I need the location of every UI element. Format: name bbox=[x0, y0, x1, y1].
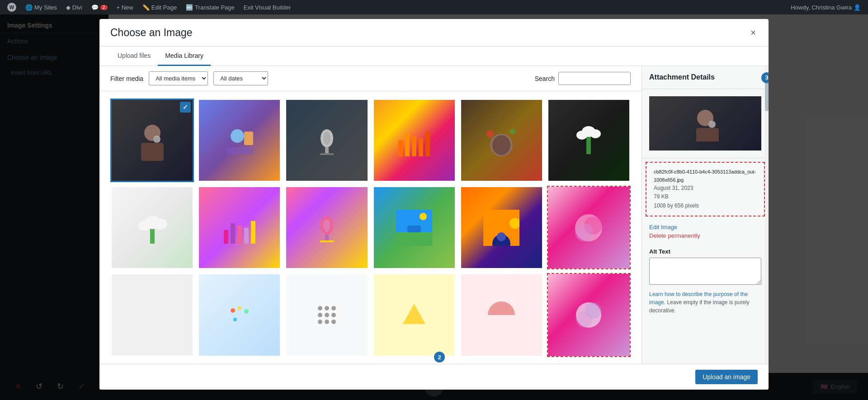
media-item-14[interactable] bbox=[198, 273, 281, 357]
panel-date: August 31, 2023 bbox=[654, 184, 757, 193]
svg-point-64 bbox=[576, 311, 592, 328]
svg-point-22 bbox=[590, 129, 601, 138]
media-item-16[interactable] bbox=[373, 273, 456, 357]
svg-point-49 bbox=[238, 306, 241, 310]
svg-rect-6 bbox=[226, 147, 253, 154]
wp-logo: W bbox=[7, 3, 16, 12]
media-grid-container[interactable]: ✓ 1 bbox=[99, 91, 642, 364]
media-item-1[interactable]: ✓ 1 bbox=[110, 99, 194, 182]
modal-body: Filter media All media items Images Audi… bbox=[99, 66, 769, 364]
translate-page-item[interactable]: 🔤 Translate Page bbox=[182, 0, 238, 14]
media-item-16-image bbox=[374, 274, 455, 355]
media-item-8[interactable] bbox=[198, 186, 281, 269]
user-greeting[interactable]: Howdy, Christina Gwira 👤 bbox=[787, 0, 864, 14]
my-sites-item[interactable]: 🌐 My Sites bbox=[22, 0, 61, 14]
svg-rect-11 bbox=[398, 141, 403, 156]
modal-close-button[interactable]: × bbox=[749, 26, 758, 39]
svg-point-26 bbox=[154, 219, 167, 230]
panel-title: Attachment Details bbox=[642, 66, 769, 89]
media-item-10-image bbox=[374, 187, 455, 268]
svg-rect-29 bbox=[231, 223, 235, 244]
attachment-panel: Attachment Details 3 cb bbox=[642, 66, 769, 364]
media-item-5[interactable] bbox=[460, 99, 543, 182]
panel-title-wrapper: Attachment Details 3 bbox=[642, 66, 769, 89]
media-item-4-image bbox=[374, 100, 455, 181]
comments-item[interactable]: 💬 2 bbox=[88, 0, 111, 14]
upload-image-button[interactable]: Upload an image bbox=[695, 370, 758, 384]
media-item-17-image bbox=[461, 274, 542, 355]
media-item-13[interactable] bbox=[110, 273, 194, 357]
media-item-18[interactable] bbox=[547, 273, 631, 357]
selected-check: ✓ bbox=[180, 102, 191, 113]
svg-rect-15 bbox=[425, 132, 430, 156]
svg-point-52 bbox=[318, 306, 322, 311]
media-item-7-image bbox=[112, 187, 193, 268]
date-filter[interactable]: All dates January 2024 August 2023 bbox=[213, 71, 268, 85]
svg-point-43 bbox=[497, 232, 506, 241]
media-item-11[interactable] bbox=[460, 186, 543, 269]
svg-point-47 bbox=[575, 223, 593, 241]
modal-overlay: Choose an Image × Upload files Media Lib… bbox=[0, 14, 868, 400]
svg-point-23 bbox=[576, 131, 587, 140]
svg-rect-8 bbox=[325, 147, 329, 154]
svg-rect-3 bbox=[154, 137, 160, 142]
media-item-3[interactable] bbox=[285, 99, 368, 182]
media-item-7[interactable] bbox=[110, 186, 194, 269]
edit-page-label: Edit Page bbox=[151, 4, 177, 11]
svg-rect-5 bbox=[244, 132, 253, 145]
comment-icon: 💬 bbox=[91, 4, 99, 11]
divi-label: Divi bbox=[72, 4, 82, 11]
tab-media-library[interactable]: Media Library bbox=[158, 47, 211, 66]
badge-2: 2 bbox=[434, 352, 445, 362]
tab-upload-files[interactable]: Upload files bbox=[110, 47, 158, 66]
panel-actions: Edit Image Delete permanently bbox=[642, 220, 769, 243]
svg-point-4 bbox=[231, 129, 244, 143]
new-item[interactable]: + New bbox=[113, 0, 137, 14]
new-label: + New bbox=[117, 4, 133, 11]
admin-bar: W 🌐 My Sites ◆ Divi 💬 2 + New ✏️ Edit Pa… bbox=[0, 0, 868, 14]
media-item-12[interactable] bbox=[547, 186, 631, 269]
media-item-6[interactable] bbox=[547, 99, 631, 182]
media-item-4[interactable] bbox=[373, 99, 456, 182]
media-item-6-image bbox=[548, 100, 629, 181]
svg-point-55 bbox=[318, 313, 322, 317]
search-area: Search bbox=[535, 72, 631, 85]
media-item-11-image bbox=[461, 187, 542, 268]
media-item-9[interactable] bbox=[285, 186, 368, 269]
svg-point-27 bbox=[138, 221, 151, 231]
edit-page-item[interactable]: ✏️ Edit Page bbox=[139, 0, 180, 14]
svg-marker-61 bbox=[403, 304, 425, 324]
svg-point-50 bbox=[244, 309, 249, 314]
admin-bar-right: Howdy, Christina Gwira 👤 bbox=[787, 0, 864, 14]
my-sites-icon: 🌐 bbox=[25, 4, 33, 11]
media-modal: Choose an Image × Upload files Media Lib… bbox=[99, 19, 769, 390]
alt-text-input[interactable] bbox=[649, 258, 761, 285]
svg-rect-66 bbox=[696, 128, 719, 141]
svg-point-53 bbox=[325, 306, 329, 311]
media-type-filter[interactable]: All media items Images Audio Video bbox=[149, 71, 208, 85]
media-item-17[interactable] bbox=[460, 273, 543, 357]
edit-image-link[interactable]: Edit Image bbox=[649, 224, 761, 231]
svg-point-56 bbox=[325, 313, 329, 317]
search-label: Search bbox=[535, 75, 555, 82]
comment-badge: 2 bbox=[100, 5, 108, 10]
delete-permanently-link[interactable]: Delete permanently bbox=[649, 232, 761, 239]
translate-page-label: Translate Page bbox=[195, 4, 235, 11]
wp-logo-item[interactable]: W bbox=[4, 0, 20, 14]
media-item-2[interactable] bbox=[198, 99, 281, 182]
svg-rect-1 bbox=[141, 143, 164, 161]
modal-tabs: Upload files Media Library bbox=[99, 47, 769, 66]
modal-footer: 2 Upload an image bbox=[99, 364, 769, 390]
divi-item[interactable]: ◆ Divi bbox=[62, 0, 86, 14]
svg-rect-68 bbox=[709, 122, 715, 127]
media-item-8-image bbox=[199, 187, 280, 268]
panel-preview bbox=[642, 89, 769, 158]
filter-bar: Filter media All media items Images Audi… bbox=[99, 66, 642, 91]
svg-rect-14 bbox=[419, 138, 423, 156]
exit-visual-builder-item[interactable]: Exit Visual Builder bbox=[240, 0, 295, 14]
media-item-9-image bbox=[286, 187, 367, 268]
panel-scrollbar[interactable] bbox=[765, 66, 769, 364]
media-item-10[interactable] bbox=[373, 186, 456, 269]
media-item-15[interactable] bbox=[285, 273, 368, 357]
search-input[interactable] bbox=[558, 72, 631, 85]
